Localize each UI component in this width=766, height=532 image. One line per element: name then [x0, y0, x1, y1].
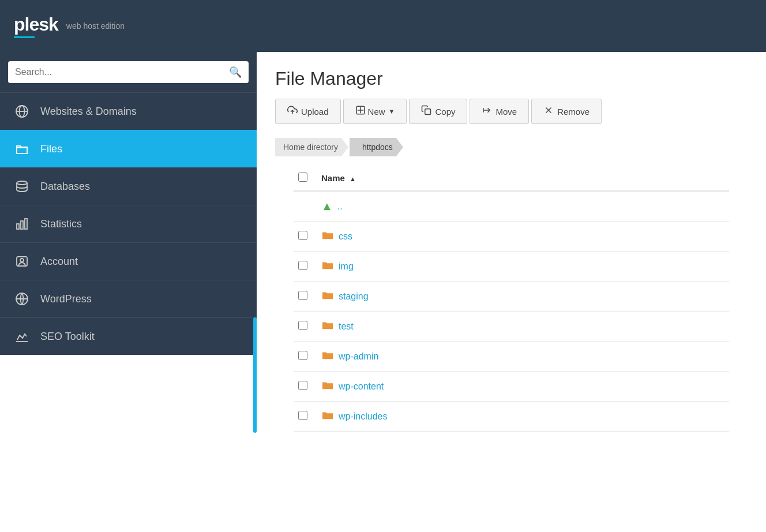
row-checkbox[interactable]: [298, 261, 307, 270]
search-input[interactable]: [15, 67, 229, 77]
search-icon: 🔍: [229, 66, 242, 78]
sidebar-label-websites-domains: Websites & Domains: [40, 106, 137, 118]
folder-icon: [321, 350, 334, 363]
copy-button[interactable]: Copy: [409, 99, 467, 124]
move-icon: [482, 105, 492, 118]
row-checkbox[interactable]: [298, 411, 307, 420]
remove-icon: [543, 105, 554, 118]
folder-icon: [14, 142, 30, 156]
breadcrumb-home[interactable]: Home directory: [275, 138, 348, 156]
upload-button[interactable]: Upload: [275, 99, 341, 124]
table-row: css: [294, 222, 729, 252]
breadcrumb: Home directory httpdocs: [257, 133, 766, 166]
file-link-img[interactable]: img: [339, 261, 354, 272]
file-link-wp-content[interactable]: wp-content: [339, 381, 384, 392]
sidebar-item-websites-domains[interactable]: Websites & Domains: [0, 92, 257, 130]
sidebar-label-seo: SEO Toolkit: [40, 331, 95, 343]
sidebar-item-wordpress[interactable]: WordPress: [0, 280, 257, 317]
header: plesk web host edition: [0, 0, 766, 52]
sort-asc-icon: ▲: [350, 175, 356, 182]
table-row: wp-includes: [294, 402, 729, 432]
copy-label: Copy: [435, 107, 455, 117]
sidebar-item-seo-toolkit[interactable]: SEO Toolkit: [0, 317, 257, 355]
row-checkbox[interactable]: [298, 351, 307, 360]
folder-icon: [321, 380, 334, 393]
svg-rect-5: [17, 224, 19, 229]
sidebar-item-databases[interactable]: Databases: [0, 167, 257, 205]
bar-chart-icon: [14, 217, 30, 231]
new-icon: [355, 105, 366, 118]
new-label: New: [368, 107, 385, 117]
file-link-staging[interactable]: staging: [339, 291, 369, 302]
wordpress-icon: [14, 292, 30, 306]
folder-icon: [321, 290, 334, 303]
sidebar-label-account: Account: [40, 256, 78, 268]
layout: 🔍 Websites & Domains: [0, 52, 766, 532]
remove-button[interactable]: Remove: [531, 99, 602, 124]
file-link-test[interactable]: test: [339, 321, 354, 332]
search-container: 🔍: [0, 52, 257, 92]
table-row: staging: [294, 282, 729, 312]
select-all-checkbox[interactable]: [298, 173, 307, 182]
logo-underline: [14, 36, 35, 38]
copy-icon: [421, 105, 431, 118]
table-row: wp-content: [294, 372, 729, 402]
up-arrow-icon: ▲: [321, 200, 333, 213]
file-table-container: Name ▲ ▲..cssimgstagingtestwp-adminwp-co…: [257, 166, 766, 432]
logo: plesk: [14, 14, 58, 35]
file-link-css[interactable]: css: [339, 231, 352, 242]
sidebar-label-statistics: Statistics: [40, 218, 82, 230]
sidebar: 🔍 Websites & Domains: [0, 52, 257, 532]
row-checkbox[interactable]: [298, 231, 307, 240]
svg-rect-6: [21, 221, 23, 229]
svg-point-9: [20, 258, 24, 262]
sidebar-content: 🔍 Websites & Domains: [0, 52, 257, 355]
seo-icon: [14, 329, 30, 343]
sidebar-label-databases: Databases: [40, 181, 90, 193]
move-button[interactable]: Move: [470, 99, 529, 124]
upload-icon: [287, 105, 298, 118]
svg-rect-16: [425, 109, 431, 115]
move-label: Move: [495, 107, 517, 117]
file-link-wp-includes[interactable]: wp-includes: [339, 411, 387, 422]
account-icon: [14, 254, 30, 268]
remove-label: Remove: [557, 107, 589, 117]
sidebar-label-files: Files: [40, 143, 62, 155]
row-checkbox[interactable]: [298, 291, 307, 300]
col-name-header: Name: [321, 173, 345, 183]
page-title: File Manager: [257, 52, 766, 99]
table-row: test: [294, 312, 729, 342]
file-table: Name ▲ ▲..cssimgstagingtestwp-adminwp-co…: [294, 166, 729, 432]
new-button[interactable]: New ▼: [343, 99, 407, 124]
upload-label: Upload: [301, 107, 329, 117]
logo-subtitle: web host edition: [66, 21, 125, 31]
file-link-wp-admin[interactable]: wp-admin: [339, 351, 378, 362]
sidebar-item-account[interactable]: Account: [0, 242, 257, 280]
sidebar-item-files[interactable]: Files: [0, 130, 257, 167]
file-link-up[interactable]: ..: [337, 201, 343, 212]
main-content: File Manager Upload: [257, 52, 766, 532]
row-checkbox[interactable]: [298, 381, 307, 390]
row-checkbox[interactable]: [298, 321, 307, 330]
table-row: img: [294, 252, 729, 282]
sidebar-item-statistics[interactable]: Statistics: [0, 205, 257, 242]
folder-icon: [321, 230, 334, 243]
folder-icon: [321, 410, 334, 423]
sidebar-label-wordpress: WordPress: [40, 293, 92, 305]
breadcrumb-httpdocs[interactable]: httpdocs: [350, 138, 403, 156]
folder-icon: [321, 320, 334, 333]
globe-icon: [14, 104, 30, 118]
search-box: 🔍: [8, 61, 249, 83]
table-row: ▲..: [294, 191, 729, 222]
svg-rect-7: [25, 219, 27, 229]
toolbar: Upload New ▼: [257, 99, 766, 133]
folder-icon: [321, 260, 334, 273]
database-icon: [14, 179, 30, 193]
new-dropdown-arrow: ▼: [389, 108, 395, 115]
svg-point-4: [17, 181, 27, 185]
table-row: wp-admin: [294, 342, 729, 372]
